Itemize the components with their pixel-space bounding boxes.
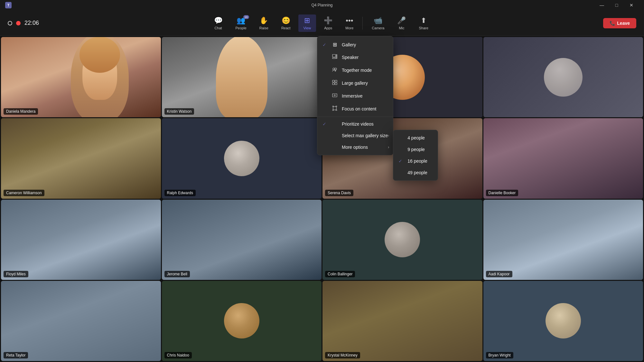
nav-react[interactable]: 😊 React	[276, 14, 296, 32]
svg-point-10	[334, 95, 335, 96]
share-icon: ⬆	[421, 16, 426, 25]
meeting-nav: 💬 Chat 👥 16 People ✋ Raise 😊 React ⊞ Vie…	[209, 14, 434, 32]
size-49[interactable]: 49 people	[393, 167, 438, 178]
immersive-icon	[331, 93, 338, 99]
video-cell-ralph[interactable]: Ralph Edwards	[162, 118, 322, 198]
check-prioritize: ✓	[322, 121, 328, 127]
minimize-button[interactable]: —	[594, 0, 609, 10]
recording-dot	[16, 21, 21, 25]
nav-people-label: People	[236, 26, 247, 30]
video-bg-bryan	[483, 281, 643, 361]
leave-button[interactable]: 📞 Chat Leave	[603, 18, 636, 28]
name-tag-cameron: Cameron Williamson	[4, 190, 44, 196]
speaker-label: Speaker	[342, 55, 359, 60]
video-cell-danielle[interactable]: Danielle Booker	[483, 118, 643, 198]
video-bg-colin	[322, 200, 482, 280]
menu-sep-1	[317, 117, 393, 117]
app-icon: T	[5, 2, 12, 8]
video-cell-jerome[interactable]: Jerome Bell	[162, 200, 322, 280]
speaker-icon	[331, 54, 338, 61]
gallery-label: Gallery	[342, 42, 356, 47]
name-tag-ralph: Ralph Edwards	[164, 190, 196, 196]
svg-rect-1	[332, 58, 336, 59]
menu-item-prioritize[interactable]: ✓ Prioritize videos	[317, 118, 393, 130]
menu-item-immersive[interactable]: Immersive	[317, 90, 393, 102]
video-cell-reta[interactable]: Reta Taylor	[1, 281, 161, 361]
menu-item-gallery-size[interactable]: Select max gallery size › 4 people 9 peo…	[317, 130, 393, 141]
nav-apps[interactable]: ➕ Apps	[319, 14, 338, 32]
video-cell-chris[interactable]: Chris Naidoo	[162, 281, 322, 361]
svg-rect-0	[332, 54, 336, 57]
more-icon: •••	[346, 16, 353, 25]
video-cell-floyd[interactable]: Floyd Miles	[1, 200, 161, 280]
video-bg-floyd	[1, 200, 161, 280]
raise-icon: ✋	[259, 16, 268, 25]
nav-react-label: React	[281, 26, 291, 30]
meeting-bar-right: 📞 Chat Leave	[603, 18, 636, 28]
nav-camera[interactable]: 📹 Camera	[367, 14, 389, 32]
svg-rect-14	[332, 110, 334, 110]
name-tag-aadi: Aadi Kapoor	[486, 271, 512, 277]
gallery-size-arrow: ›	[388, 133, 389, 138]
avatar-colin	[385, 222, 420, 257]
svg-rect-2	[336, 54, 337, 59]
video-bg-kristin	[162, 37, 322, 117]
size-4[interactable]: 4 people	[393, 132, 438, 144]
video-cell-kristin[interactable]: Kristin Watson	[162, 37, 322, 117]
menu-item-speaker[interactable]: Speaker	[317, 51, 393, 64]
nav-chat[interactable]: 💬 Chat	[209, 14, 228, 32]
menu-item-more-options[interactable]: More options ›	[317, 141, 393, 153]
meeting-status: 22:06	[8, 20, 39, 26]
size-4-label: 4 people	[407, 135, 425, 140]
maximize-button[interactable]: □	[609, 0, 624, 10]
svg-rect-5	[332, 80, 334, 82]
more-options-label: More options	[342, 145, 368, 150]
nav-camera-label: Camera	[372, 26, 384, 30]
nav-share[interactable]: ⬆ Share	[414, 14, 433, 32]
size-9[interactable]: 9 people	[393, 144, 438, 155]
nav-raise[interactable]: ✋ Raise	[254, 14, 274, 32]
video-cell-daniela[interactable]: Daniela Mandera	[1, 37, 161, 117]
size-16[interactable]: ✓ 16 people	[393, 155, 438, 167]
focus-label: Focus on content	[342, 106, 376, 111]
nav-view[interactable]: ⊞ View	[298, 14, 316, 32]
avatar-bryan	[546, 303, 581, 338]
name-tag-reta: Reta Taylor	[4, 352, 28, 358]
video-cell-partial1[interactable]	[483, 37, 643, 117]
video-cell-krystal[interactable]: Krystal McKinney	[322, 281, 482, 361]
menu-item-focus[interactable]: Focus on content	[317, 102, 393, 115]
large-gallery-icon	[331, 80, 338, 86]
svg-point-4	[335, 68, 337, 70]
nav-mic[interactable]: 🎤 Mic	[392, 14, 411, 32]
gallery-size-label: Select max gallery size	[342, 133, 388, 138]
video-cell-colin[interactable]: Colin Ballinger	[322, 200, 482, 280]
menu-item-gallery[interactable]: ✓ ⊞ Gallery	[317, 38, 393, 51]
name-tag-krystal: Krystal McKinney	[325, 352, 360, 358]
together-icon	[331, 67, 338, 73]
menu-item-large-gallery[interactable]: Large gallery	[317, 77, 393, 90]
nav-people[interactable]: 👥 16 People	[230, 14, 252, 32]
size-49-label: 49 people	[407, 170, 427, 175]
nav-more[interactable]: ••• More	[340, 14, 359, 32]
video-bg-partial1	[483, 37, 643, 117]
name-tag-bryan: Bryan Wright	[486, 352, 513, 358]
gallery-size-submenu: 4 people 9 people ✓ 16 people 49 people	[393, 130, 438, 181]
view-icon: ⊞	[304, 16, 310, 25]
menu-item-together[interactable]: Together mode	[317, 64, 393, 77]
focus-icon	[331, 106, 338, 112]
close-button[interactable]: ✕	[624, 0, 639, 10]
video-cell-bryan[interactable]: Bryan Wright	[483, 281, 643, 361]
nav-more-label: More	[345, 26, 353, 30]
video-cell-cameron[interactable]: Cameron Williamson	[1, 118, 161, 198]
video-cell-aadi[interactable]: Aadi Kapoor	[483, 200, 643, 280]
apps-icon: ➕	[324, 16, 332, 25]
people-badge: 16	[243, 15, 249, 19]
check-16: ✓	[398, 158, 404, 164]
name-tag-colin: Colin Ballinger	[325, 271, 355, 277]
gallery-icon: ⊞	[331, 42, 338, 48]
camera-icon: 📹	[374, 16, 382, 25]
svg-rect-9	[332, 94, 337, 97]
nav-chat-label: Chat	[214, 26, 222, 30]
react-icon: 😊	[282, 16, 290, 25]
name-tag-kristin: Kristin Watson	[164, 108, 194, 115]
